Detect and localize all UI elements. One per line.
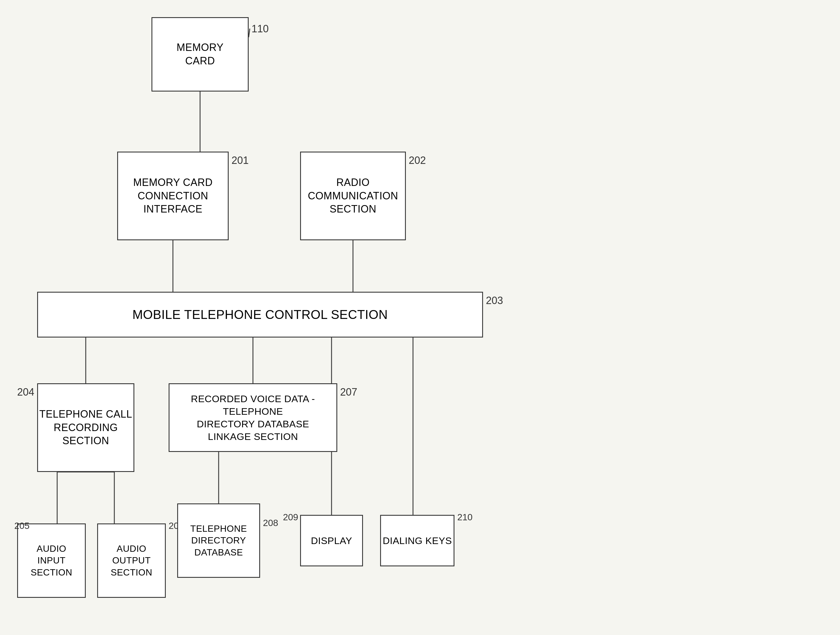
memory-card-box: MEMORYCARD [152,17,249,92]
audio-output-label: AUDIOOUTPUTSECTION [111,543,152,579]
ref-205: 205 [14,521,30,531]
memory-card-connection-label: MEMORY CARDCONNECTIONINTERFACE [133,176,213,216]
ref-203: 203 [486,295,503,307]
ref-208: 208 [263,518,278,528]
telephone-call-recording-label: TELEPHONE CALLRECORDINGSECTION [39,408,132,448]
telephone-call-recording-box: TELEPHONE CALLRECORDINGSECTION [37,383,134,472]
recorded-voice-data-label: RECORDED VOICE DATA - TELEPHONEDIRECTORY… [169,393,336,443]
ref-207: 207 [340,386,357,398]
dialing-keys-box: DIALING KEYS [380,515,455,566]
ref-201: 201 [232,154,249,166]
telephone-directory-box: TELEPHONEDIRECTORYDATABASE [177,504,260,578]
diagram-container: MEMORYCARD 110 MEMORY CARDCONNECTIONINTE… [0,0,840,635]
mobile-telephone-control-label: MOBILE TELEPHONE CONTROL SECTION [132,306,388,323]
display-box: DISPLAY [300,515,363,566]
mobile-telephone-control-box: MOBILE TELEPHONE CONTROL SECTION [37,292,483,337]
audio-input-box: AUDIOINPUTSECTION [17,523,86,598]
memory-card-label: MEMORYCARD [177,41,224,68]
audio-output-box: AUDIOOUTPUTSECTION [97,523,166,598]
ref-110: 110 [251,23,268,35]
audio-input-label: AUDIOINPUTSECTION [31,543,72,579]
dialing-keys-label: DIALING KEYS [383,534,452,547]
display-label: DISPLAY [311,534,352,547]
radio-communication-box: RADIOCOMMUNICATIONSECTION [300,152,406,240]
ref-209: 209 [283,512,298,523]
ref-202: 202 [409,154,426,166]
ref-204: 204 [17,386,34,398]
radio-communication-label: RADIOCOMMUNICATIONSECTION [308,176,398,216]
svg-line-11 [249,29,250,37]
ref-210: 210 [457,512,472,523]
telephone-directory-label: TELEPHONEDIRECTORYDATABASE [190,523,247,559]
memory-card-connection-box: MEMORY CARDCONNECTIONINTERFACE [117,152,229,240]
recorded-voice-data-box: RECORDED VOICE DATA - TELEPHONEDIRECTORY… [169,383,337,452]
